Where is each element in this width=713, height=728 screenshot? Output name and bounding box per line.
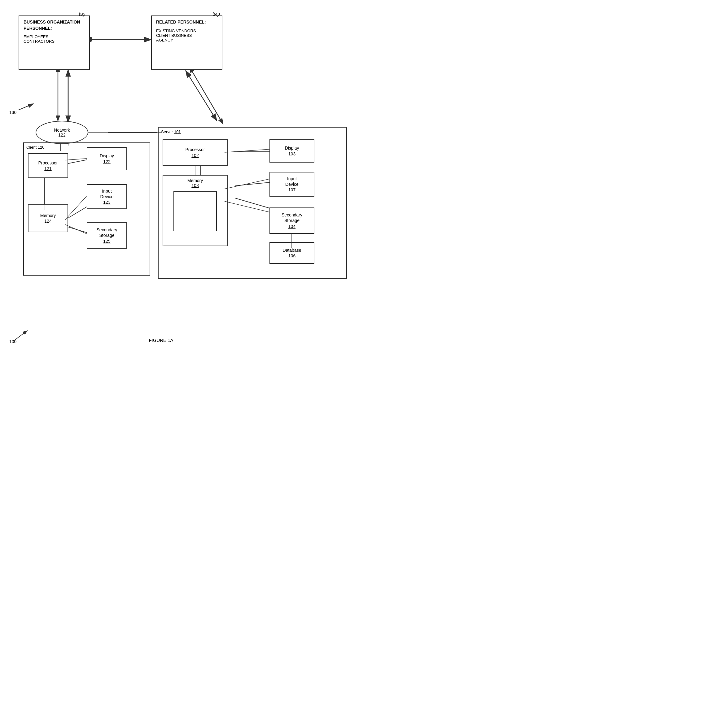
server-lines — [158, 127, 347, 279]
svg-line-37 — [225, 201, 270, 212]
ref140-arrow — [209, 9, 221, 19]
figure-label: FIGURE 1A — [130, 338, 192, 343]
svg-line-19 — [213, 12, 218, 17]
network-label: Network 122 — [54, 128, 70, 137]
svg-line-17 — [19, 104, 33, 110]
double-arrow-top — [90, 35, 152, 44]
svg-line-32 — [65, 196, 87, 220]
ref130-arrow — [15, 102, 37, 112]
ref130-label: 130 — [9, 110, 16, 115]
svg-line-18 — [79, 12, 84, 17]
network-ellipse: Network 122 — [36, 121, 88, 144]
svg-line-30 — [65, 159, 87, 160]
arrow-related-down — [176, 70, 232, 128]
svg-line-28 — [192, 71, 223, 124]
business-org-box: BUSINESS ORGANIZATION PERSONNEL: EMPLOYE… — [19, 15, 90, 70]
network-server-line — [88, 128, 163, 136]
ref100-arrow — [9, 328, 31, 344]
related-title: RELATED PERSONNEL: — [156, 19, 218, 25]
diagram: 130 BUSINESS ORGANIZATION PERSONNEL: EMP… — [0, 0, 356, 364]
ref135-arrow — [75, 9, 87, 19]
svg-line-34 — [225, 149, 270, 152]
svg-line-36 — [225, 179, 270, 189]
svg-line-33 — [65, 225, 87, 234]
network-client-line — [58, 143, 64, 152]
client-lines — [23, 143, 150, 275]
arrow-biz-down — [52, 70, 64, 125]
related-content: EXISTING VENDORSCLIENT BUSINESSAGENCY — [156, 28, 218, 42]
business-content: EMPLOYEESCONTRACTORS — [24, 34, 85, 44]
svg-line-41 — [14, 331, 27, 341]
ref-130 — [15, 102, 37, 112]
related-personnel-box: RELATED PERSONNEL: EXISTING VENDORSCLIEN… — [151, 15, 222, 70]
business-title: BUSINESS ORGANIZATION PERSONNEL: — [24, 19, 85, 31]
